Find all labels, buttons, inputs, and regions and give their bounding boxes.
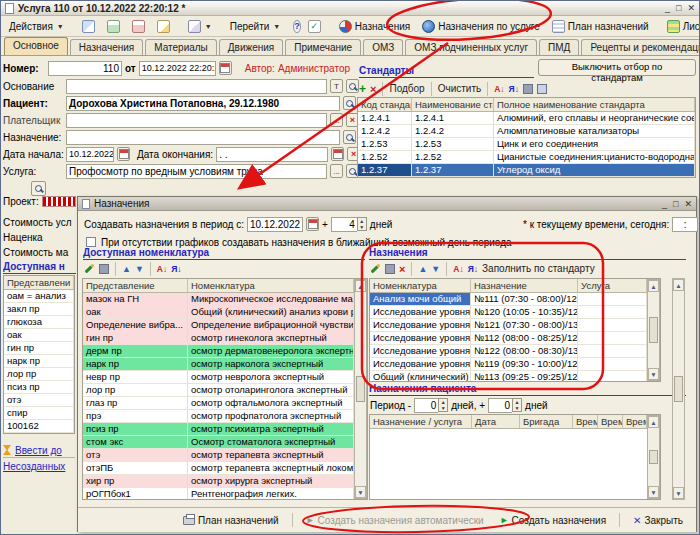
write-button[interactable]	[77, 18, 100, 35]
input-on-basis-button[interactable]	[152, 18, 175, 35]
sort-desc-icon[interactable]: Я↓	[171, 264, 181, 274]
disk-icon[interactable]	[99, 264, 109, 274]
table-row[interactable]: нарк просмотр нарколога экспертный	[83, 358, 354, 371]
sort-asc-icon[interactable]: А↓	[453, 264, 463, 274]
number-field[interactable]: 110	[48, 61, 122, 76]
create-assignments-button[interactable]: ►Создать назначения	[495, 513, 611, 528]
available-scrollbar[interactable]: ▲ ▼	[354, 279, 367, 499]
column-header[interactable]: Номенклатура	[370, 279, 471, 292]
tab-6[interactable]: ОМЗ подчиненных услуг	[405, 39, 537, 55]
assignments-scrollbar[interactable]: ▲ ▼	[647, 279, 660, 381]
column-header[interactable]: Номенклатура	[188, 279, 354, 292]
edit-icon[interactable]	[371, 264, 381, 274]
scroll-up-icon[interactable]: ▲	[355, 280, 366, 292]
list-item[interactable]: отэ	[4, 394, 74, 407]
tab-5[interactable]: ОМЗ	[363, 39, 403, 55]
scroll-up-icon[interactable]: ▲	[648, 280, 659, 292]
column-header[interactable]: Представление	[83, 279, 188, 292]
table-row[interactable]: лор просмотр отоларинголога экспертный	[83, 384, 354, 397]
basis-type-button[interactable]: T	[330, 79, 343, 93]
list-item[interactable]: псиз пр	[4, 381, 74, 394]
plan-assignments-button[interactable]: План назначений	[547, 18, 654, 35]
table-row[interactable]: рОГПбок1Рентгенография легких.	[83, 488, 354, 499]
patient-field[interactable]: Дорохова Христина Потаповна, 29.12.1980	[66, 96, 340, 111]
table-row[interactable]: Исследование уровня аспарат-тран...№121 …	[370, 319, 647, 332]
scroll-down-icon[interactable]: ▼	[648, 486, 659, 498]
fill-by-standard-button[interactable]: Заполнить по стандарту	[482, 263, 595, 274]
table-row[interactable]: Исследование уровня глюкозы в кр...№112 …	[370, 332, 647, 345]
column-header[interactable]: Врем...	[573, 415, 598, 428]
scroll-thumb[interactable]	[649, 450, 658, 464]
list-item[interactable]: гин пр	[4, 342, 74, 355]
scroll-up-icon[interactable]: ▲	[673, 279, 684, 291]
assignments-by-service-button[interactable]: Назначения по услуге	[417, 18, 545, 35]
table-row[interactable]: хир просмотр хирурга экспертный	[83, 475, 354, 488]
list-item[interactable]: лор пр	[4, 368, 74, 381]
column-header[interactable]: Врем...	[598, 415, 623, 428]
assignment-sheet-button[interactable]: Лист назначений	[662, 18, 700, 35]
sort-asc-icon[interactable]: А↓	[157, 264, 167, 274]
table-row[interactable]: 1.2.4.11.2.4.1Алюминий, его сплавы и нео…	[358, 112, 695, 125]
disk-icon[interactable]	[385, 264, 395, 274]
list-item[interactable]: спир	[4, 407, 74, 420]
tab-8[interactable]: Рецепты и рекомендации	[581, 39, 700, 55]
edit-icon[interactable]	[85, 264, 95, 274]
clear-button[interactable]: Очистить	[438, 83, 482, 94]
column-header[interactable]: Назначение	[471, 279, 578, 292]
scroll-thumb[interactable]	[649, 317, 658, 343]
not-created-link[interactable]: Несозданных	[3, 461, 75, 472]
sort-desc-icon[interactable]: Я↓	[468, 264, 478, 274]
scroll-thumb[interactable]	[674, 376, 683, 402]
pick-button[interactable]: Подбор	[389, 83, 424, 94]
table-row[interactable]: 1.2.371.2.37Углерод оксид	[358, 164, 695, 177]
table-row[interactable]: невр просмотр невролога экспертный	[83, 371, 354, 384]
table-row[interactable]: оакОбщий (клинический) анализ крови разв…	[83, 306, 354, 319]
date-start-field[interactable]: 10.12.2022	[66, 147, 114, 162]
basis-field[interactable]	[66, 79, 327, 94]
column-header[interactable]: Назначение / услуга	[370, 415, 472, 428]
table-row[interactable]: дерм просмотр дерматовенеролога экспертн…	[83, 345, 354, 358]
output-icon[interactable]	[537, 84, 547, 94]
patient-days-before-stepper[interactable]: 0 ▲▼	[414, 398, 448, 412]
create-assignments-auto-button[interactable]: ►Создать назначения автоматически	[301, 513, 489, 528]
patient-scrollbar[interactable]: ▲ ▼	[647, 415, 660, 499]
list-item[interactable]: 100162	[4, 420, 74, 433]
delete-icon[interactable]: ×	[399, 263, 405, 275]
service-field[interactable]: Профосмотр по вредным условиям труда	[66, 164, 327, 179]
panel-scrollbar[interactable]: ▲ ▼	[672, 278, 685, 500]
period-calendar-button[interactable]	[306, 217, 319, 231]
service-select-button[interactable]: ...	[330, 164, 343, 178]
table-row[interactable]: Общий (клинический) анализ кро...№113 (0…	[370, 371, 647, 381]
plan-assignments-footer-button[interactable]: План назначений	[178, 513, 284, 528]
list-item[interactable]: оак	[4, 329, 74, 342]
dialog-close-icon[interactable]: ✕	[684, 199, 692, 209]
list-item[interactable]: нарк пр	[4, 355, 74, 368]
spin-down-icon[interactable]: ▼	[439, 405, 447, 411]
table-row[interactable]: 1.2.521.2.52Цианистые соединения:цианист…	[358, 151, 695, 164]
column-header[interactable]: Услуга	[578, 279, 647, 292]
table-row[interactable]: 1.2.531.2.53Цинк и его соединения	[358, 138, 695, 151]
basis-search-button[interactable]	[346, 79, 359, 93]
dialog-minimize-icon[interactable]: _	[662, 199, 667, 209]
patient-days-after-stepper[interactable]: 0 ▲▼	[488, 398, 522, 412]
scroll-thumb[interactable]	[356, 376, 365, 402]
datetime-field[interactable]: 10.12.2022 22:20:12	[139, 61, 216, 76]
tab-7[interactable]: ПМД	[539, 39, 579, 55]
scroll-down-icon[interactable]: ▼	[648, 368, 659, 380]
period-days-stepper[interactable]: 4 ▲▼	[331, 217, 367, 231]
sort-asc-icon[interactable]: А↓	[494, 84, 504, 94]
table-row[interactable]: псиз просмотр психиатра экспертный	[83, 423, 354, 436]
scroll-down-icon[interactable]: ▼	[673, 487, 684, 499]
goto-button[interactable]: Перейти▼	[225, 19, 286, 34]
table-row[interactable]: отэосмотр терапевта экспертный	[83, 449, 354, 462]
add-icon[interactable]: +	[359, 82, 366, 96]
date-start-calendar-button[interactable]	[117, 147, 130, 161]
scroll-up-icon[interactable]: ▲	[648, 416, 659, 428]
column-header[interactable]: Представлени	[4, 276, 74, 289]
tab-0[interactable]: Основное	[4, 37, 68, 55]
move-up-icon[interactable]: ▲	[418, 264, 427, 274]
spin-down-icon[interactable]: ▼	[358, 224, 366, 230]
column-header[interactable]: Наименование стан...	[412, 98, 494, 111]
date-end-field[interactable]: . .	[216, 147, 328, 162]
clear-posting-button[interactable]	[127, 18, 150, 35]
